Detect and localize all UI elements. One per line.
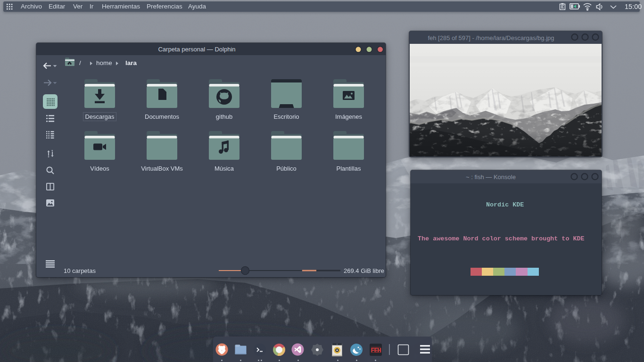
svg-text:FEH: FEH [371,347,381,354]
